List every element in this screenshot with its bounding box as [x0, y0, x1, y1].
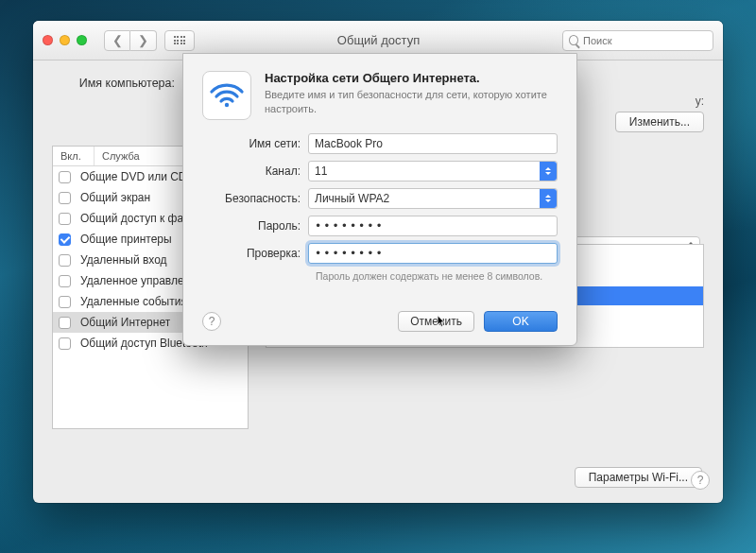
label-security: Безопасность: [202, 192, 308, 205]
computer-name-label: Имя компьютера: [52, 74, 175, 90]
back-button[interactable]: ❮ [104, 30, 130, 51]
wifi-icon [202, 71, 251, 120]
sheet-help-button[interactable]: ? [202, 312, 221, 331]
service-label: Удаленный вход [80, 253, 167, 267]
window-controls [43, 35, 87, 45]
service-checkbox[interactable] [59, 192, 71, 204]
row-password: Пароль: [202, 216, 558, 236]
row-security: Безопасность: Личный WPA2 [202, 188, 558, 209]
password-input[interactable] [308, 216, 558, 236]
service-checkbox[interactable] [59, 337, 71, 350]
service-label: Общий экран [80, 191, 150, 204]
service-label: Удаленные события [80, 295, 187, 308]
search-input[interactable] [583, 35, 707, 46]
col-enable: Вкл. [53, 147, 94, 165]
network-name-input[interactable] [308, 133, 558, 154]
show-all-button[interactable] [164, 30, 195, 51]
bottom-row: Параметры Wi-Fi... [575, 467, 702, 488]
label-password: Пароль: [202, 219, 308, 233]
col-service: Служба [94, 147, 147, 165]
security-select[interactable]: Личный WPA2 [308, 188, 558, 209]
svg-point-0 [225, 103, 229, 107]
nav-back-forward: ❮ ❯ [104, 30, 157, 51]
sheet-subtitle: Введите имя и тип безопасности для сети,… [265, 88, 558, 116]
address-suffix: у: [696, 95, 704, 108]
service-checkbox[interactable] [59, 213, 71, 225]
service-label: Общий Интернет [80, 316, 170, 329]
sheet-title: Настройка сети Общего Интернета. [265, 71, 558, 85]
service-checkbox[interactable] [59, 317, 71, 329]
label-channel: Канал: [202, 164, 308, 178]
label-verify: Проверка: [202, 247, 308, 260]
zoom-button[interactable] [77, 35, 87, 45]
cancel-button[interactable]: Отменить [398, 311, 474, 332]
channel-select[interactable]: 11 [308, 161, 558, 181]
forward-button[interactable]: ❯ [130, 30, 157, 51]
close-button[interactable] [43, 35, 53, 45]
sheet-header: Настройка сети Общего Интернета. Введите… [202, 71, 558, 120]
security-value: Личный WPA2 [315, 192, 389, 205]
row-verify: Проверка: [202, 243, 558, 264]
window-title: Общий доступ [195, 33, 562, 47]
search-field[interactable] [562, 30, 713, 51]
ok-button[interactable]: OK [484, 311, 558, 332]
service-checkbox[interactable] [59, 171, 71, 183]
chevron-updown-icon [540, 189, 557, 208]
service-label: Общие DVD или CD [80, 170, 187, 183]
password-hint: Пароль должен содержать не менее 8 симво… [316, 270, 558, 282]
row-network-name: Имя сети: [202, 133, 558, 154]
change-button[interactable]: Изменить... [615, 112, 704, 132]
service-checkbox[interactable] [59, 275, 71, 287]
service-checkbox[interactable] [59, 254, 71, 267]
help-button[interactable]: ? [691, 471, 710, 490]
row-channel: Канал: 11 [202, 161, 558, 181]
wifi-config-sheet: Настройка сети Общего Интернета. Введите… [182, 53, 577, 346]
label-network-name: Имя сети: [202, 137, 308, 150]
channel-value: 11 [315, 164, 327, 178]
chevron-updown-icon [540, 162, 557, 181]
search-icon [569, 35, 578, 45]
wifi-options-button[interactable]: Параметры Wi-Fi... [575, 467, 702, 488]
verify-input[interactable] [308, 243, 558, 264]
minimize-button[interactable] [60, 35, 70, 45]
service-checkbox[interactable] [59, 233, 71, 246]
sheet-footer: ? Отменить OK [202, 311, 558, 332]
grid-icon [174, 36, 186, 44]
service-label: Общие принтеры [80, 233, 172, 246]
service-checkbox[interactable] [59, 296, 71, 308]
